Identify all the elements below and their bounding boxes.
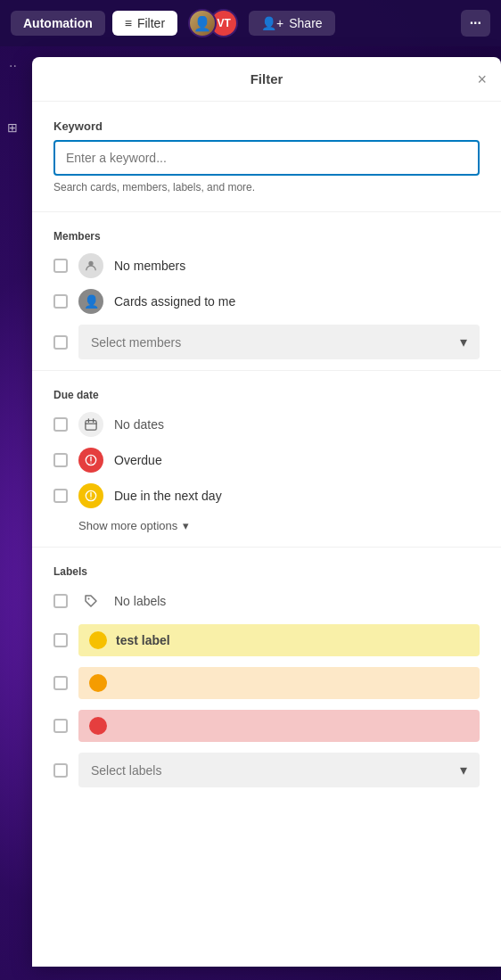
label2-row — [53, 667, 480, 699]
keyword-label: Keyword — [53, 119, 480, 133]
cards-assigned-row: 👤 Cards assigned to me — [53, 289, 480, 314]
more-button[interactable]: ··· — [461, 10, 490, 37]
label3-row — [53, 710, 480, 742]
svg-rect-1 — [86, 421, 96, 431]
select-labels-row: Select labels ▾ — [53, 753, 480, 787]
no-dates-icon — [78, 412, 103, 437]
keyword-input[interactable] — [53, 140, 480, 176]
topbar: Automation ≡ Filter 👤 VT 👤+ Share ··· — [0, 0, 501, 46]
avatar-user1[interactable]: 👤 — [188, 9, 217, 37]
due-next-day-icon — [78, 483, 103, 508]
no-dates-checkbox[interactable] — [53, 417, 68, 432]
select-members-checkbox[interactable] — [53, 335, 68, 350]
divider-2 — [32, 370, 501, 371]
svg-point-3 — [90, 462, 91, 463]
filter-close-button[interactable]: × — [477, 71, 487, 87]
filter-header: Filter × — [32, 57, 501, 102]
label1-row: test label — [53, 624, 480, 656]
divider-3 — [32, 547, 501, 548]
show-more-button[interactable]: Show more options ▾ — [78, 519, 480, 532]
cards-assigned-checkbox[interactable] — [53, 294, 68, 309]
select-labels-placeholder: Select labels — [91, 763, 161, 778]
label1-checkbox[interactable] — [53, 633, 68, 647]
no-labels-label: No labels — [114, 594, 166, 608]
label1-text: test label — [116, 633, 170, 647]
label1-item[interactable]: test label — [78, 624, 480, 656]
divider-1 — [32, 211, 501, 212]
no-labels-icon — [78, 589, 103, 614]
due-next-day-label: Due in the next day — [114, 489, 222, 503]
user-avatar: 👤 — [78, 289, 103, 314]
side-dots: ·· — [9, 58, 17, 74]
no-members-row: No members — [53, 253, 480, 278]
filter-icon: ≡ — [125, 16, 132, 30]
keyword-hint: Search cards, members, labels, and more. — [53, 181, 480, 194]
no-dates-row: No dates — [53, 412, 480, 437]
label2-item[interactable] — [78, 667, 480, 699]
due-next-day-row: Due in the next day — [53, 483, 480, 508]
due-date-section-label: Due date — [53, 389, 480, 401]
no-members-icon — [78, 253, 103, 278]
select-members-placeholder: Select members — [91, 335, 181, 350]
labels-section-label: Labels — [53, 565, 480, 578]
no-labels-checkbox[interactable] — [53, 594, 68, 608]
overdue-icon — [78, 448, 103, 473]
select-members-chevron-icon: ▾ — [460, 334, 467, 350]
show-more-label: Show more options — [78, 519, 177, 532]
share-button[interactable]: 👤+ Share — [249, 11, 335, 36]
due-next-day-checkbox[interactable] — [53, 489, 68, 503]
side-board-icon: ⊞ — [7, 120, 18, 135]
select-members-dropdown[interactable]: Select members ▾ — [78, 325, 480, 359]
label3-checkbox[interactable] — [53, 719, 68, 733]
avatar-group: 👤 VT — [188, 9, 238, 37]
show-more-chevron-icon: ▾ — [183, 519, 189, 532]
label1-dot — [89, 631, 107, 649]
members-section-label: Members — [53, 230, 480, 243]
label2-dot — [89, 674, 107, 692]
label3-item[interactable] — [78, 710, 480, 742]
no-labels-row: No labels — [53, 589, 480, 614]
label2-checkbox[interactable] — [53, 676, 68, 690]
share-icon: 👤+ — [261, 16, 283, 30]
no-dates-label: No dates — [114, 417, 164, 432]
label3-dot — [89, 717, 107, 735]
svg-point-5 — [90, 498, 91, 498]
no-members-checkbox[interactable] — [53, 259, 68, 273]
filter-button[interactable]: ≡ Filter — [112, 11, 177, 36]
select-labels-dropdown[interactable]: Select labels ▾ — [78, 753, 480, 787]
svg-point-0 — [88, 261, 93, 266]
overdue-row: Overdue — [53, 448, 480, 473]
filter-panel: Filter × Keyword Search cards, members, … — [32, 57, 501, 967]
filter-title: Filter — [250, 71, 283, 86]
select-labels-checkbox[interactable] — [53, 763, 68, 778]
select-labels-chevron-icon: ▾ — [460, 762, 467, 778]
filter-body: Keyword Search cards, members, labels, a… — [32, 102, 501, 816]
no-members-label: No members — [114, 259, 185, 273]
svg-point-6 — [88, 598, 90, 600]
overdue-checkbox[interactable] — [53, 453, 68, 467]
cards-assigned-label: Cards assigned to me — [114, 294, 235, 309]
overdue-label: Overdue — [114, 453, 162, 467]
automation-button[interactable]: Automation — [11, 11, 105, 36]
select-members-row: Select members ▾ — [53, 325, 480, 359]
